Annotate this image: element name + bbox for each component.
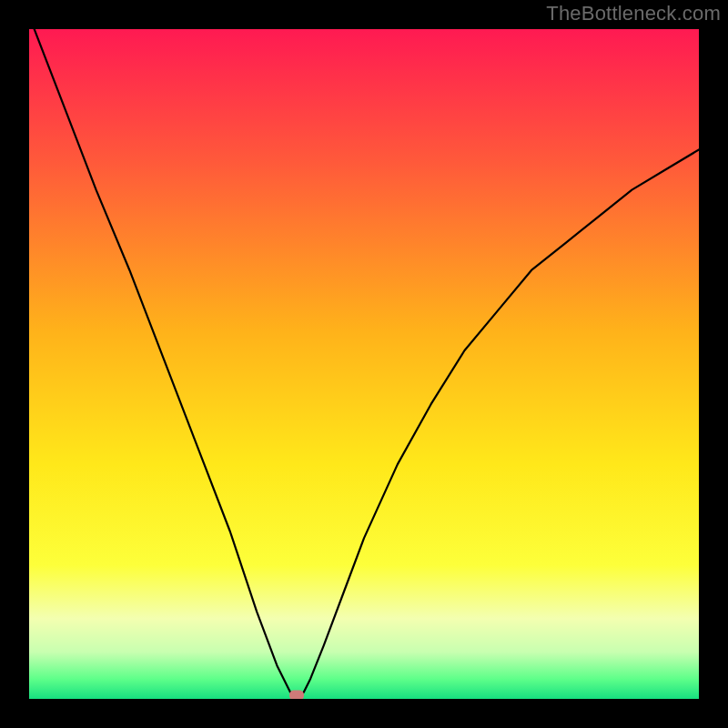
bottleneck-curve: [29, 29, 699, 699]
plot-area: [29, 29, 699, 699]
chart-frame: TheBottleneck.com: [0, 0, 728, 728]
minimum-marker: [289, 691, 304, 700]
attribution-watermark: TheBottleneck.com: [546, 2, 721, 25]
